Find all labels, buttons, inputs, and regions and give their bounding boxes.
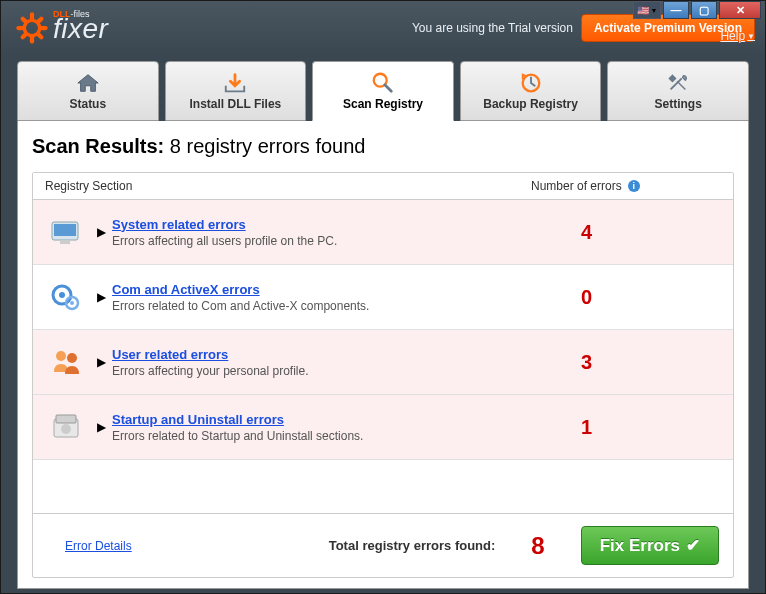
- tab-label: Install DLL Files: [189, 97, 281, 111]
- error-count: 4: [551, 221, 721, 244]
- tab-label: Status: [69, 97, 106, 111]
- download-icon: [223, 71, 247, 95]
- table-row: ▶System related errorsErrors affecting a…: [33, 200, 733, 265]
- total-errors-count: 8: [531, 532, 544, 560]
- logo-subtitle: DLL-files: [53, 9, 108, 19]
- trial-notice: You are using the Trial version: [412, 21, 573, 35]
- row-text: System related errorsErrors affecting al…: [112, 217, 551, 248]
- table-row: ▶User related errorsErrors affecting you…: [33, 330, 733, 395]
- backup-icon: [519, 71, 543, 95]
- window-close-button[interactable]: ✕: [719, 1, 761, 19]
- total-errors-label: Total registry errors found:: [329, 538, 496, 553]
- tab-label: Settings: [655, 97, 702, 111]
- expand-toggle-icon[interactable]: ▶: [97, 420, 106, 434]
- expand-toggle-icon[interactable]: ▶: [97, 355, 106, 369]
- help-link[interactable]: Help▼: [720, 29, 755, 43]
- table-header: Registry Section Number of errors i: [33, 173, 733, 200]
- fix-errors-button[interactable]: Fix Errors ✔: [581, 526, 719, 565]
- tab-label: Scan Registry: [343, 97, 423, 111]
- section-icon: [45, 409, 89, 445]
- svg-point-23: [61, 424, 71, 434]
- section-description: Errors related to Startup and Uninstall …: [112, 429, 551, 443]
- svg-point-20: [67, 353, 77, 363]
- expand-toggle-icon[interactable]: ▶: [97, 225, 106, 239]
- fixer-logo-icon: [15, 11, 49, 45]
- svg-rect-14: [60, 240, 70, 244]
- svg-line-6: [38, 34, 41, 37]
- tab-backup-registry[interactable]: Backup Registry: [460, 61, 602, 121]
- row-text: User related errorsErrors affecting your…: [112, 347, 551, 378]
- tools-icon: [666, 71, 690, 95]
- app-logo: DLL-files fixer: [15, 11, 108, 45]
- info-icon[interactable]: i: [628, 180, 640, 192]
- window-minimize-button[interactable]: —: [663, 1, 689, 19]
- error-count: 0: [551, 286, 721, 309]
- expand-toggle-icon[interactable]: ▶: [97, 290, 106, 304]
- svg-rect-13: [54, 224, 76, 236]
- section-icon: [45, 344, 89, 380]
- tab-label: Backup Registry: [483, 97, 578, 111]
- main-content: Scan Results: 8 registry errors found Re…: [17, 121, 749, 589]
- error-count: 3: [551, 351, 721, 374]
- section-description: Errors affecting all users profile on th…: [112, 234, 551, 248]
- tab-settings[interactable]: Settings: [607, 61, 749, 121]
- table-row: ▶Com and ActiveX errorsErrors related to…: [33, 265, 733, 330]
- column-registry-section: Registry Section: [45, 179, 531, 193]
- section-description: Errors affecting your personal profile.: [112, 364, 551, 378]
- tab-scan-registry[interactable]: Scan Registry: [312, 61, 454, 121]
- table-footer: Error Details Total registry errors foun…: [33, 513, 733, 577]
- svg-line-7: [38, 19, 41, 22]
- svg-line-5: [23, 19, 26, 22]
- titlebar: 🇺🇸▼ — ▢ ✕ DLL-files fixer You are using …: [1, 1, 765, 55]
- table-rows-scroll[interactable]: ▶System related errorsErrors affecting a…: [33, 200, 733, 513]
- section-title-link[interactable]: System related errors: [112, 217, 551, 232]
- row-text: Com and ActiveX errorsErrors related to …: [112, 282, 551, 313]
- svg-point-19: [56, 351, 66, 361]
- tab-status[interactable]: Status: [17, 61, 159, 121]
- svg-line-8: [23, 34, 26, 37]
- checkmark-icon: ✔: [686, 535, 700, 556]
- table-row: ▶Startup and Uninstall errorsErrors rela…: [33, 395, 733, 460]
- svg-point-18: [70, 301, 74, 305]
- svg-line-10: [385, 85, 391, 91]
- section-description: Errors related to Com and Active-X compo…: [112, 299, 551, 313]
- section-title-link[interactable]: Com and ActiveX errors: [112, 282, 551, 297]
- language-flag-dropdown[interactable]: 🇺🇸▼: [633, 1, 661, 19]
- error-count: 1: [551, 416, 721, 439]
- column-number-of-errors: Number of errors i: [531, 179, 721, 193]
- row-text: Startup and Uninstall errorsErrors relat…: [112, 412, 551, 443]
- tab-install-dll[interactable]: Install DLL Files: [165, 61, 307, 121]
- results-table: Registry Section Number of errors i ▶Sys…: [32, 172, 734, 578]
- window-maximize-button[interactable]: ▢: [691, 1, 717, 19]
- section-title-link[interactable]: User related errors: [112, 347, 551, 362]
- section-title-link[interactable]: Startup and Uninstall errors: [112, 412, 551, 427]
- section-icon: [45, 214, 89, 250]
- scan-results-heading: Scan Results: 8 registry errors found: [32, 135, 734, 158]
- search-icon: [371, 71, 395, 95]
- section-icon: [45, 279, 89, 315]
- main-tabs: Status Install DLL Files Scan Registry B…: [1, 55, 765, 121]
- error-details-link[interactable]: Error Details: [65, 539, 132, 553]
- window-controls: 🇺🇸▼ — ▢ ✕: [633, 1, 761, 19]
- home-icon: [76, 71, 100, 95]
- svg-rect-22: [56, 415, 76, 423]
- svg-point-16: [59, 292, 65, 298]
